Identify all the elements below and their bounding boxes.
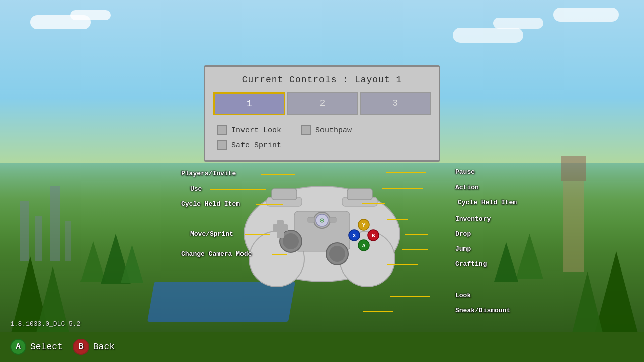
cm-line (272, 254, 287, 255)
tab-1[interactable]: 1 (213, 92, 285, 115)
pillar-2 (35, 216, 42, 261)
svg-rect-6 (272, 189, 297, 200)
cloud-3 (453, 28, 523, 43)
svg-text:Y: Y (362, 222, 366, 228)
safe-sprint-box[interactable] (217, 140, 227, 150)
invert-look-label: Invert Look (231, 126, 281, 135)
checkboxes-container: Invert Look Southpaw Safe Sprint (213, 123, 431, 152)
action-line (382, 188, 423, 189)
svg-rect-26 (329, 217, 336, 222)
tab-3[interactable]: 3 (360, 92, 431, 115)
select-action[interactable]: A Select (10, 339, 63, 355)
svg-text:A: A (362, 243, 366, 249)
back-action[interactable]: B Back (73, 339, 115, 355)
checkbox-row-1: Invert Look Southpaw (217, 125, 427, 135)
look-line (390, 296, 430, 297)
svg-rect-13 (273, 224, 288, 231)
cloud-5 (553, 8, 619, 22)
safe-sprint-checkbox[interactable]: Safe Sprint (217, 140, 281, 150)
southpaw-label: Southpaw (315, 126, 352, 135)
invert-look-checkbox[interactable]: Invert Look (217, 125, 281, 135)
svg-point-9 (283, 233, 299, 249)
layout-tabs: 1 2 3 (213, 92, 431, 115)
controls-dialog: Current Controls : Layout 1 1 2 3 Invert… (204, 65, 440, 162)
pillar-1 (20, 201, 29, 261)
tower-top (561, 156, 586, 181)
jump-line (403, 249, 428, 250)
b-button[interactable]: B (73, 339, 89, 355)
a-button[interactable]: A (10, 339, 26, 355)
southpaw-box[interactable] (301, 125, 311, 135)
tower-base (564, 181, 584, 272)
cl-line (256, 204, 283, 205)
checkbox-row-2: Safe Sprint (217, 140, 427, 150)
svg-text:⊗: ⊗ (320, 217, 325, 225)
pillar-4 (65, 221, 71, 261)
controller-svg: Y X B A ⊗ (236, 161, 408, 292)
select-label: Select (30, 342, 63, 352)
ms-line (245, 234, 270, 235)
dialog-title: Current Controls : Layout 1 (213, 75, 431, 85)
cr-line (362, 203, 385, 204)
pillar-3 (50, 186, 60, 261)
cloud-4 (493, 18, 543, 29)
cloud-2 (70, 10, 111, 20)
southpaw-checkbox[interactable]: Southpaw (301, 125, 352, 135)
back-label: Back (93, 342, 115, 352)
drop-line (405, 234, 428, 235)
svg-point-11 (329, 246, 345, 262)
invert-look-box[interactable] (217, 125, 227, 135)
safe-sprint-label: Safe Sprint (231, 141, 281, 150)
svg-text:B: B (372, 233, 375, 239)
tab-2[interactable]: 2 (287, 92, 358, 115)
controller-section: Y X B A ⊗ Players/Invite Use Cycle Held … (181, 151, 463, 342)
craft-line (387, 264, 418, 265)
version-label: 1.8.1033.0_DLC 5.2 (10, 320, 80, 328)
pause-line (386, 172, 426, 173)
pi-line (261, 174, 295, 175)
svg-rect-7 (347, 189, 372, 200)
use-line (210, 189, 266, 190)
svg-rect-25 (308, 217, 315, 222)
inv-line (387, 219, 408, 220)
sd-line (363, 311, 393, 312)
svg-text:X: X (353, 233, 356, 239)
